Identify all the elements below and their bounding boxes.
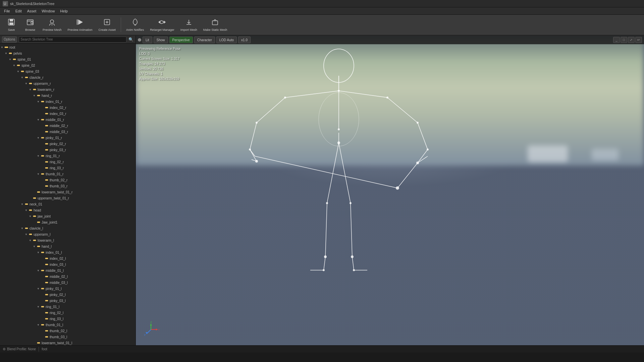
- expand-spine_03[interactable]: ▼: [16, 69, 20, 73]
- tree-node-thumb_01_l[interactable]: ▼thumb_01_l: [0, 322, 136, 328]
- expand-jaw_joint1[interactable]: [32, 220, 36, 224]
- menu-file[interactable]: File: [1, 8, 13, 14]
- viewport-maximize[interactable]: □: [621, 37, 627, 43]
- expand-ring_03_l[interactable]: [40, 317, 44, 321]
- lod-auto-tab[interactable]: LOD Auto: [216, 37, 237, 43]
- zoom-tab[interactable]: x1.0: [238, 37, 251, 43]
- expand-hand_r[interactable]: ▼: [32, 94, 36, 98]
- expand-upperarm_l[interactable]: ▼: [24, 232, 28, 236]
- expand-index_01_l[interactable]: ▼: [36, 250, 40, 254]
- tree-node-hand_l[interactable]: ▼hand_l: [0, 243, 136, 249]
- expand-middle_02_l[interactable]: [40, 275, 44, 279]
- expand-ring_01_r[interactable]: ▼: [36, 154, 40, 158]
- expand-pinky_03_r[interactable]: [40, 148, 44, 152]
- perspective-button[interactable]: Perspective: [169, 37, 193, 43]
- expand-index_01_r[interactable]: ▼: [36, 100, 40, 104]
- expand-lowerarm_twist_01_r[interactable]: [32, 190, 36, 194]
- expand-jaw_joint[interactable]: ▼: [28, 214, 32, 218]
- tree-node-ring_01_l[interactable]: ▼ring_01_l: [0, 304, 136, 310]
- tree-node-upperarm_r[interactable]: ▼upperarm_r: [0, 80, 136, 86]
- menu-asset[interactable]: Asset: [24, 8, 39, 14]
- tree-node-pinky_02_l[interactable]: pinky_02_l: [0, 292, 136, 298]
- tree-node-index_02_r[interactable]: index_02_r: [0, 105, 136, 111]
- tree-node-root[interactable]: ▼root: [0, 44, 136, 50]
- expand-lowerarm_twist_01_l[interactable]: [32, 341, 36, 345]
- tree-node-lowerarm_twist_01_l[interactable]: lowerarm_twist_01_l: [0, 340, 136, 345]
- expand-spine_01[interactable]: ▼: [8, 57, 12, 61]
- tree-node-thumb_02_r[interactable]: thumb_02_r: [0, 177, 136, 183]
- expand-pinky_02_r[interactable]: [40, 142, 44, 146]
- tree-node-middle_02_r[interactable]: middle_02_r: [0, 123, 136, 129]
- tree-node-thumb_03_r[interactable]: thumb_03_r: [0, 183, 136, 189]
- tree-node-spine_02[interactable]: ▼spine_02: [0, 62, 136, 68]
- preview-animation-button[interactable]: Preview Animation: [65, 16, 95, 34]
- tree-node-head[interactable]: ▼head: [0, 207, 136, 213]
- tree-node-pinky_03_r[interactable]: pinky_03_r: [0, 147, 136, 153]
- tree-node-lowerarm_r[interactable]: ▼lowerarm_r: [0, 86, 136, 93]
- tree-node-pinky_02_r[interactable]: pinky_02_r: [0, 141, 136, 147]
- viewport-fullscreen[interactable]: ⤢: [628, 37, 635, 43]
- search-input[interactable]: [19, 37, 126, 43]
- expand-middle_01_r[interactable]: ▼: [36, 118, 40, 122]
- tree-node-index_02_l[interactable]: index_02_l: [0, 255, 136, 261]
- expand-thumb_03_l[interactable]: [40, 335, 44, 339]
- expand-index_03_l[interactable]: [40, 262, 44, 266]
- expand-neck_01[interactable]: ▼: [20, 202, 24, 206]
- tree-node-ring_01_r[interactable]: ▼ring_01_r: [0, 153, 136, 159]
- menu-window[interactable]: Window: [39, 8, 57, 14]
- tree-node-pelvis[interactable]: ▼pelvis: [0, 50, 136, 56]
- lit-button[interactable]: Lit: [143, 37, 152, 43]
- expand-pinky_01_r[interactable]: ▼: [36, 136, 40, 140]
- tree-node-pinky_03_l[interactable]: pinky_03_l: [0, 298, 136, 304]
- menu-edit[interactable]: Edit: [13, 8, 24, 14]
- tree-node-jaw_joint[interactable]: ▼jaw_joint: [0, 213, 136, 219]
- make-static-mesh-button[interactable]: Make Static Mesh: [201, 16, 230, 34]
- expand-middle_01_l[interactable]: ▼: [36, 268, 40, 273]
- tree-node-index_03_r[interactable]: index_03_r: [0, 111, 136, 117]
- tree-node-thumb_03_l[interactable]: thumb_03_l: [0, 334, 136, 340]
- tree-node-spine_03[interactable]: ▼spine_03: [0, 68, 136, 74]
- tree-node-middle_03_r[interactable]: middle_03_r: [0, 129, 136, 135]
- expand-thumb_01_l[interactable]: ▼: [36, 323, 40, 327]
- tree-node-clavicle_r[interactable]: ▼clavicle_r: [0, 74, 136, 80]
- tree-node-middle_01_r[interactable]: ▼middle_01_r: [0, 117, 136, 123]
- tree-node-upperarm_twist_01_r[interactable]: upperarm_twist_01_r: [0, 195, 136, 201]
- tree-node-index_01_l[interactable]: ▼index_01_l: [0, 249, 136, 255]
- expand-index_02_l[interactable]: [40, 256, 44, 260]
- expand-pinky_01_l[interactable]: ▼: [36, 287, 40, 291]
- viewport-restore[interactable]: ↩: [635, 37, 642, 43]
- expand-middle_02_r[interactable]: [40, 124, 44, 128]
- tree-node-middle_03_l[interactable]: middle_03_l: [0, 280, 136, 286]
- expand-head[interactable]: ▼: [24, 208, 28, 212]
- tree-node-ring_02_r[interactable]: ring_02_r: [0, 159, 136, 165]
- expand-hand_l[interactable]: ▼: [32, 244, 36, 248]
- expand-middle_03_l[interactable]: [40, 281, 44, 285]
- expand-thumb_01_r[interactable]: ▼: [36, 172, 40, 176]
- retarget-manager-button[interactable]: Retarget Manager: [148, 16, 177, 34]
- tree-node-clavicle_l[interactable]: ▼clavicle_l: [0, 225, 136, 231]
- expand-clavicle_r[interactable]: ▼: [20, 75, 24, 79]
- expand-ring_01_l[interactable]: ▼: [36, 305, 40, 309]
- expand-pinky_03_l[interactable]: [40, 299, 44, 303]
- expand-pinky_02_l[interactable]: [40, 293, 44, 297]
- menu-help[interactable]: Help: [57, 8, 70, 14]
- browse-button[interactable]: Browse: [21, 16, 39, 34]
- expand-thumb_03_r[interactable]: [40, 184, 44, 188]
- skeleton-tree[interactable]: ▼root▼pelvis▼spine_01▼spine_02▼spine_03▼…: [0, 44, 136, 345]
- tree-node-pinky_01_r[interactable]: ▼pinky_01_r: [0, 135, 136, 141]
- tree-node-spine_01[interactable]: ▼spine_01: [0, 56, 136, 62]
- tree-node-pinky_01_l[interactable]: ▼pinky_01_l: [0, 286, 136, 292]
- tree-node-lowerarm_twist_01_r[interactable]: lowerarm_twist_01_r: [0, 189, 136, 195]
- expand-upperarm_r[interactable]: ▼: [24, 81, 28, 85]
- expand-lowerarm_l[interactable]: ▼: [28, 238, 32, 242]
- options-button[interactable]: Options: [2, 37, 17, 43]
- expand-ring_02_r[interactable]: [40, 160, 44, 164]
- expand-index_02_r[interactable]: [40, 106, 44, 110]
- expand-root[interactable]: ▼: [0, 45, 4, 49]
- expand-clavicle_l[interactable]: ▼: [20, 226, 24, 230]
- expand-thumb_02_r[interactable]: [40, 178, 44, 182]
- tree-node-index_01_r[interactable]: ▼index_01_r: [0, 99, 136, 105]
- anim-notifies-button[interactable]: Anim Notifies: [124, 16, 146, 34]
- expand-thumb_02_l[interactable]: [40, 329, 44, 333]
- expand-ring_03_r[interactable]: [40, 166, 44, 170]
